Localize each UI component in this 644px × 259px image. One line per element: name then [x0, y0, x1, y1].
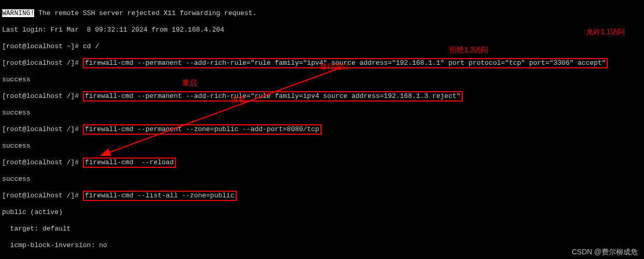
anno-reject: 拒绝1.3访问: [449, 46, 488, 54]
cmd-line-2: [root@localhost /]# firewall-cmd --perma…: [2, 92, 642, 100]
warning-label: WARNING!: [2, 9, 34, 17]
cmd-2-box: firewall-cmd --permanent --add-rich-rule…: [83, 91, 463, 102]
out-l2: target: default: [2, 225, 642, 233]
anno-allow: 允许1.1访问: [586, 27, 625, 36]
warning-line: WARNING! The remote SSH server rejected …: [2, 9, 642, 18]
terminal[interactable]: WARNING! The remote SSH server rejected …: [0, 0, 644, 259]
cmd-line-cd: [root@localhost ~]# cd /: [2, 42, 642, 51]
cmd-line-4: [root@localhost /]# firewall-cmd --reloa…: [2, 159, 642, 167]
cmd-line-5: [root@localhost /]# firewall-cmd --list-…: [2, 192, 642, 200]
anno-port: 放行端口: [320, 62, 349, 70]
cmd-5-box: firewall-cmd --list-all --zone=public: [83, 191, 237, 201]
cmd-line-3: [root@localhost /]# firewall-cmd --perma…: [2, 125, 642, 134]
out-success-3: success: [2, 142, 642, 150]
out-success-1: success: [2, 76, 642, 84]
out-l1: public (active): [2, 208, 642, 217]
cmd-3-box: firewall-cmd --permanent --zone=public -…: [83, 124, 321, 135]
anno-reload: 重启: [182, 79, 197, 87]
out-l3: icmp-block-inversion: no: [2, 241, 642, 250]
out-success-2: success: [2, 109, 642, 117]
watermark: CSDN @费尔柳成危: [572, 248, 638, 256]
cmd-4-box: firewall-cmd --reload: [83, 157, 176, 168]
out-success-4: success: [2, 175, 642, 183]
anno-list: 查看: [231, 95, 245, 104]
last-login: Last login: Fri Mar 8 09:32:11 2024 from…: [2, 26, 642, 34]
